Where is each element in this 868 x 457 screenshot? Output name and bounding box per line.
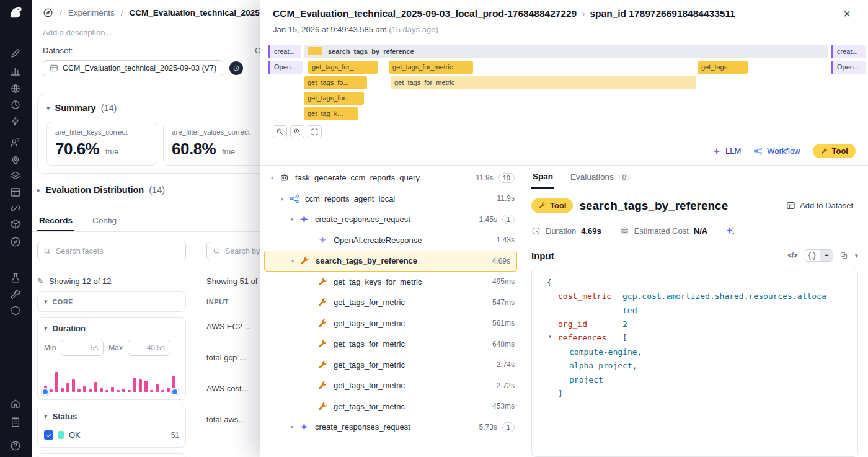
close-icon[interactable]: × <box>838 5 856 22</box>
sidebar-icon-pin[interactable] <box>9 153 22 167</box>
trace-tree-row[interactable]: get_tags_for_metric 2.74s <box>260 355 521 376</box>
sidebar-icon-cube[interactable] <box>9 218 22 231</box>
waterfall-bar-openai[interactable]: Open... <box>831 61 866 74</box>
sidebar-icon-history[interactable] <box>9 98 22 112</box>
duration-min-input[interactable] <box>61 340 104 356</box>
code-view-icon[interactable]: </> <box>787 251 797 260</box>
sidebar-icon-layers[interactable] <box>9 169 22 183</box>
chevron-down-icon: ▾ <box>44 412 48 420</box>
tab-config[interactable]: Config <box>91 211 118 231</box>
chevron-down-icon[interactable]: ▾ <box>277 195 288 202</box>
sidebar-icon-charts[interactable] <box>9 64 22 78</box>
chevron-down-icon[interactable]: ▾ <box>287 257 298 264</box>
checkbox-checked-icon[interactable] <box>44 430 53 440</box>
facet-status-header[interactable]: ▾ Status <box>38 406 185 427</box>
tab-span[interactable]: Span <box>531 166 554 189</box>
raw-view-icon[interactable]: {;} <box>804 250 820 261</box>
facets-search[interactable] <box>37 242 186 260</box>
sidebar-icon-link[interactable] <box>9 202 22 215</box>
span-duration: 495ms <box>492 277 515 286</box>
span-name: get_tags_for_metric <box>334 381 492 390</box>
tab-evaluations-label: Evaluations <box>570 172 614 182</box>
workflow-icon <box>753 146 763 156</box>
chevron-down-icon[interactable]: ▾ <box>548 331 558 345</box>
span-name: ccm_reports_agent_local <box>305 194 492 203</box>
facets-search-input[interactable] <box>56 247 180 255</box>
copy-icon[interactable] <box>839 251 848 260</box>
legend-tool-toggle[interactable]: Tool <box>813 144 856 158</box>
span-name: get_tags_for_metric <box>334 298 487 307</box>
trace-tree-row[interactable]: ▾ create_responses_request 1.45s 1 <box>260 209 521 230</box>
duration-slider-min-handle[interactable] <box>42 388 49 396</box>
sidebar-icon-datasets[interactable] <box>9 185 22 199</box>
breadcrumb-experiments[interactable]: Experiments <box>68 8 115 17</box>
legend-llm-toggle[interactable]: LLM <box>712 146 741 156</box>
zoom-fit-icon[interactable] <box>308 125 322 138</box>
trace-tree-row[interactable]: ▾ task_generate_ccm_reports_query 11.9s … <box>260 167 521 189</box>
facet-duration-header[interactable]: ▾ Duration <box>38 318 185 339</box>
home-icon[interactable] <box>43 7 53 18</box>
waterfall-bar-get-tags[interactable]: get_tags... <box>698 61 748 74</box>
waterfall-bar-get-tags[interactable]: get_tags_for_metric <box>389 61 473 74</box>
zoom-out-icon[interactable] <box>273 125 287 138</box>
zoom-in-icon[interactable] <box>290 125 304 138</box>
trace-tree-row[interactable]: ▾ ccm_reports_agent_local 11.9s <box>260 189 521 210</box>
add-to-dataset-button[interactable]: Add to Dataset <box>781 197 858 214</box>
trace-tree-row[interactable]: ▾ create_responses_request 5.73s 1 <box>260 417 521 438</box>
waterfall-bar-get-tags[interactable]: get_tags_fo... <box>304 76 367 89</box>
sidebar-icon-users[interactable] <box>9 136 22 149</box>
ai-sparkle-icon[interactable] <box>722 223 737 238</box>
waterfall-bar-create-responses[interactable]: creat... <box>831 45 866 58</box>
workflow-icon <box>289 193 299 204</box>
waterfall-bar-get-tags[interactable]: get_tags_for_metric <box>391 76 696 89</box>
collapse-input-icon[interactable]: ▾ <box>854 252 858 260</box>
chevron-down-icon[interactable]: ▾ <box>267 174 278 181</box>
facet-custom-header[interactable]: ▾ CUSTOM EVALUATIONS <box>38 454 185 457</box>
waterfall-bar-get-tags[interactable]: get_tags_for... <box>304 92 364 105</box>
trace-tree-row[interactable]: get_tags_for_metric 453ms <box>260 396 521 417</box>
trace-tree-row[interactable]: get_tags_for_metric 648ms <box>260 334 521 355</box>
sidebar-icon-organization[interactable] <box>9 415 22 429</box>
sidebar-icon-experiments[interactable] <box>9 271 22 285</box>
histogram-bar <box>144 381 148 392</box>
facet-group-custom-evaluations: ▾ CUSTOM EVALUATIONS <box>37 453 186 457</box>
pretty-view-icon[interactable]: ≡ <box>820 250 833 261</box>
sidebar-icon-globe[interactable] <box>9 82 22 95</box>
sidebar-icon-compass[interactable] <box>9 235 22 249</box>
sidebar-icon-bolt[interactable] <box>9 114 22 128</box>
chevron-down-icon[interactable]: ▾ <box>286 424 298 430</box>
legend-workflow-toggle[interactable]: Workflow <box>753 146 800 156</box>
chevron-down-icon[interactable]: ▾ <box>46 104 50 112</box>
trace-tree-row[interactable]: get_tags_for_metric 547ms <box>260 292 521 313</box>
dataset-selector[interactable]: CCM_Evaluation_technical_2025-09-03 (V7) <box>43 60 223 76</box>
trace-tree-row-selected[interactable]: ▾ search_tags_by_reference 4.69s <box>264 251 517 272</box>
app-sidebar <box>0 0 32 457</box>
sidebar-icon-edit[interactable] <box>9 47 22 60</box>
metric-card[interactable]: are_filter_values_correct 60.8% true <box>163 122 274 166</box>
chevron-down-icon[interactable]: ▾ <box>286 216 298 223</box>
waterfall-bar-create-responses[interactable]: creat... <box>268 45 301 58</box>
tab-evaluations[interactable]: Evaluations 0 <box>569 166 632 189</box>
waterfall-bar-get-tags[interactable]: get_tags_for_... <box>308 61 378 74</box>
span-duration: 1.45s <box>479 215 497 224</box>
trace-tree-row[interactable]: get_tags_for_metric 2.72s <box>260 375 521 396</box>
sidebar-icon-home[interactable] <box>9 397 22 410</box>
help-icon[interactable] <box>9 439 22 453</box>
waterfall-bar-search-tags-selected[interactable]: search_tags_by_reference <box>304 45 828 58</box>
trace-tree-row[interactable]: get_tags_for_metric 561ms <box>260 313 521 334</box>
waterfall-bar-openai[interactable]: Open... <box>268 61 303 74</box>
waterfall-bar-get-tag-keys[interactable]: get_tag_k... <box>304 107 358 120</box>
metric-card[interactable]: are_filter_keys_correct 70.6% true <box>46 122 157 166</box>
sidebar-icon-tools[interactable] <box>9 288 22 301</box>
trace-tree-row[interactable]: OpenAI.createResponse 1.43s <box>260 230 521 251</box>
app-logo[interactable] <box>7 4 24 21</box>
duration-max-input[interactable] <box>128 340 170 356</box>
span-duration: 648ms <box>492 340 515 348</box>
duration-slider-max-handle[interactable] <box>171 388 179 396</box>
tab-records[interactable]: Records <box>37 211 74 231</box>
sidebar-icon-shield[interactable] <box>9 304 22 317</box>
trace-tree-row[interactable]: get_tag_keys_for_metric 495ms <box>260 272 521 293</box>
pencil-icon[interactable]: ✎ <box>37 277 44 286</box>
status-ok-option[interactable]: OK 51 <box>44 428 179 440</box>
facet-core-header[interactable]: ▾ CORE <box>38 292 185 311</box>
